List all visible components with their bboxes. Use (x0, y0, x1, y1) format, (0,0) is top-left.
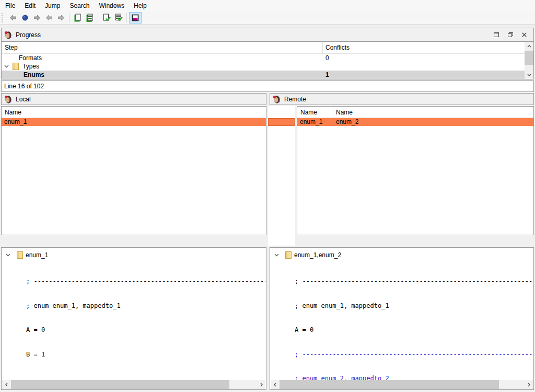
menu-item-edit[interactable]: Edit (20, 1, 40, 11)
tree-row-formats[interactable]: Formats 0 (2, 54, 525, 62)
document-check-icon[interactable] (100, 12, 112, 24)
local-titlebar[interactable]: Local (1, 93, 266, 105)
menu-item-help[interactable]: Help (129, 1, 152, 11)
scroll-left-icon[interactable] (2, 380, 10, 389)
menu-item-jump[interactable]: Jump (40, 1, 65, 11)
back-arrow-icon[interactable] (7, 12, 19, 24)
remote-horizontal-scrollbar[interactable] (271, 380, 533, 389)
chevron-down-icon[interactable] (274, 253, 279, 257)
progress-titlebar[interactable]: Progress (2, 28, 533, 42)
menu-item-file[interactable]: File (1, 1, 20, 11)
merge-tool-window: File Edit Jump Search Windows Help (0, 0, 535, 392)
folder-icon (17, 251, 23, 259)
prev-arrow-icon[interactable] (43, 12, 55, 24)
remote-list: Name Name enum_1 enum_2 (297, 106, 534, 235)
remote-detail-panel: enum_1,enum_2 ; ------------------------… (270, 247, 534, 390)
code-line: A = 0 (26, 326, 265, 335)
local-horizontal-scrollbar[interactable] (2, 380, 265, 389)
toolbar-separator (98, 13, 98, 22)
column-name[interactable]: Name (5, 107, 21, 118)
menu-item-windows[interactable]: Windows (94, 1, 129, 11)
code-line: A = 0 (295, 326, 533, 335)
ida-icon (272, 95, 281, 103)
scrollbar-thumb[interactable] (280, 380, 499, 389)
code-line: B = 1 (26, 351, 265, 359)
restore-icon[interactable] (503, 30, 517, 40)
progress-vertical-scrollbar[interactable] (525, 42, 533, 79)
maximize-icon[interactable] (489, 30, 503, 40)
progress-column-header[interactable]: Step Conflicts (2, 42, 525, 54)
code-line: ; --------------------------------------… (295, 351, 533, 359)
column-separator (333, 107, 333, 118)
scroll-up-icon[interactable] (525, 42, 533, 50)
scroll-left-icon[interactable] (271, 380, 279, 389)
tree-row-types[interactable]: Types (2, 62, 525, 71)
segments-check-icon[interactable] (112, 12, 124, 24)
code-line: ; enum enum_1, mappedto_1 (295, 302, 533, 310)
column-step[interactable]: Step (5, 42, 18, 54)
code-line: ; --------------------------------------… (26, 278, 265, 286)
local-title: Local (16, 96, 31, 103)
next-arrow-icon[interactable] (55, 12, 67, 24)
column-separator (322, 42, 323, 54)
diff-connector-strip (268, 106, 295, 246)
toolbar-drag-handle[interactable] (2, 13, 4, 22)
local-list-header[interactable]: Name (2, 107, 266, 118)
folder-icon (285, 251, 292, 259)
diff-connector-cell (268, 118, 295, 126)
scroll-right-icon[interactable] (257, 380, 265, 389)
ida-icon (4, 31, 12, 39)
progress-panel: Progress Step Conflicts Formats 0 (1, 28, 534, 79)
folder-icon (13, 63, 19, 70)
position-dot-icon[interactable] (19, 12, 31, 24)
remote-title: Remote (284, 96, 306, 103)
column-conflicts[interactable]: Conflicts (325, 42, 350, 54)
toolbar (0, 11, 535, 25)
progress-title: Progress (16, 31, 41, 39)
close-icon[interactable] (517, 30, 531, 40)
code-line: ; enum enum_1, mappedto_1 (26, 302, 265, 310)
remote-detail-title: enum_1,enum_2 (294, 251, 341, 259)
local-detail-header[interactable]: enum_1 (2, 251, 266, 260)
line-status: Line 16 of 102 (1, 80, 534, 92)
toolbar-separator (126, 13, 127, 22)
document-icon[interactable] (72, 12, 84, 24)
forward-arrow-icon[interactable] (31, 12, 43, 24)
local-row-enum1[interactable]: enum_1 (2, 118, 266, 126)
chevron-down-icon[interactable] (6, 253, 10, 257)
remote-detail-header[interactable]: enum_1,enum_2 (270, 251, 533, 260)
scroll-right-icon[interactable] (525, 380, 533, 389)
code-line: ; --------------------------------------… (295, 278, 533, 286)
remote-enum-code[interactable]: ; --------------------------------------… (295, 261, 533, 390)
segments-icon[interactable] (84, 12, 96, 24)
chevron-down-icon[interactable] (4, 65, 9, 68)
menu-item-search[interactable]: Search (65, 1, 94, 11)
local-enum-code[interactable]: ; --------------------------------------… (26, 261, 265, 375)
local-detail-title: enum_1 (26, 251, 48, 259)
remote-list-header[interactable]: Name Name (297, 107, 533, 118)
merge-window-icon[interactable] (129, 12, 142, 24)
scroll-down-icon[interactable] (525, 71, 533, 79)
menu-bar: File Edit Jump Search Windows Help (0, 0, 535, 11)
remote-row-enum1-enum2[interactable]: enum_1 enum_2 (297, 118, 533, 126)
column-name-1[interactable]: Name (300, 107, 317, 118)
remote-titlebar[interactable]: Remote (270, 93, 534, 105)
column-name-2[interactable]: Name (336, 107, 353, 118)
local-detail-panel: enum_1 ; -------------------------------… (1, 247, 266, 390)
scrollbar-thumb[interactable] (11, 380, 229, 389)
tree-row-enums[interactable]: Enums 1 (2, 71, 525, 79)
ida-icon (4, 95, 12, 103)
scrollbar-thumb[interactable] (525, 51, 533, 65)
progress-tree: Step Conflicts Formats 0 Types Enums (2, 42, 533, 79)
toolbar-separator (69, 13, 69, 22)
local-list: Name enum_1 (1, 106, 266, 235)
